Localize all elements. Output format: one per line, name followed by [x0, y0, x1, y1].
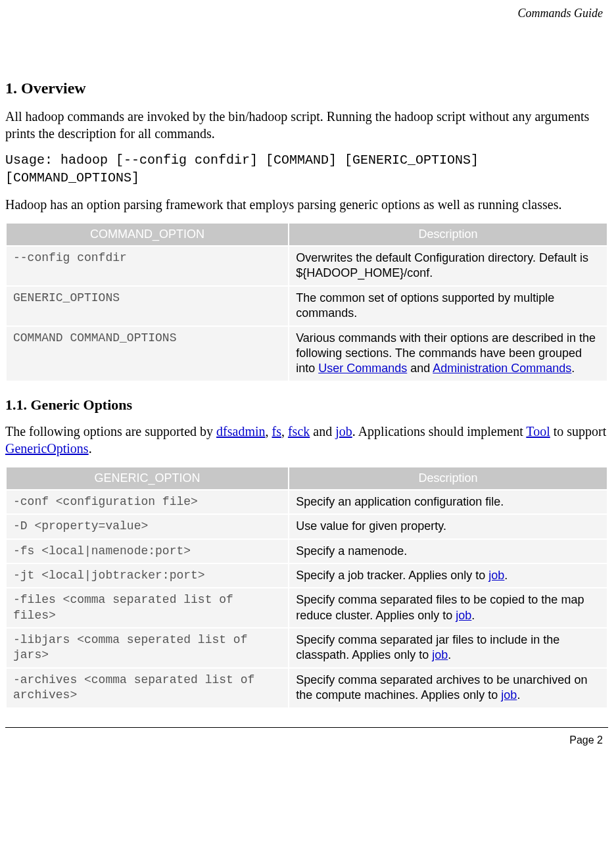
col-description: Description: [289, 467, 607, 489]
text: .: [89, 441, 92, 456]
desc-cell: Various commands with their options are …: [289, 327, 607, 381]
command-option-table: COMMAND_OPTION Description --config conf…: [5, 222, 608, 382]
desc-cell: Specify a job tracker. Applies only to j…: [289, 564, 607, 587]
table-row: -libjars <comma seperated list of jars> …: [7, 629, 607, 667]
opt-cell: COMMAND COMMAND_OPTIONS: [7, 327, 288, 381]
table-row: --config confdir Overwrites the default …: [7, 247, 607, 285]
desc-cell: Specify an application configuration fil…: [289, 490, 607, 513]
desc-text: and: [407, 362, 433, 375]
opt-cell: -conf <configuration file>: [7, 490, 288, 513]
text: ,: [281, 424, 288, 439]
header-doc-title: Commands Guide: [5, 7, 603, 20]
table-header-row: GENERIC_OPTION Description: [7, 467, 607, 489]
desc-cell: Overwrites the default Configuration dir…: [289, 247, 607, 285]
col-generic-option: GENERIC_OPTION: [7, 467, 288, 489]
desc-text: Specify comma separated files to be copi…: [296, 593, 584, 621]
desc-cell: Use value for given property.: [289, 515, 607, 538]
heading-generic-options: 1.1. Generic Options: [5, 396, 608, 414]
link-job[interactable]: job: [335, 424, 352, 439]
link-tool[interactable]: Tool: [526, 424, 550, 439]
text: to support: [550, 424, 607, 439]
desc-cell: Specify comma separated files to be copi…: [289, 588, 607, 627]
table-row: -archives <comma separated list of archi…: [7, 669, 607, 707]
link-job[interactable]: job: [432, 648, 448, 661]
desc-cell: Specify comma separated archives to be u…: [289, 669, 607, 707]
text: and: [310, 424, 335, 439]
desc-text: Specify comma separated jar files to inc…: [296, 633, 559, 661]
footer-rule: [5, 727, 608, 728]
desc-text: Specify a job tracker. Applies only to: [296, 569, 488, 582]
desc-cell: Specify comma separated jar files to inc…: [289, 629, 607, 667]
table-row: GENERIC_OPTIONS The common set of option…: [7, 287, 607, 325]
link-job[interactable]: job: [488, 569, 504, 582]
link-job[interactable]: job: [456, 609, 471, 622]
table-header-row: COMMAND_OPTION Description: [7, 224, 607, 245]
table-row: -D <property=value> Use value for given …: [7, 515, 607, 538]
text: ,: [266, 424, 272, 439]
link-job[interactable]: job: [501, 688, 517, 702]
usage-line: Usage: hadoop [--config confdir] [COMMAN…: [5, 151, 608, 187]
col-command-option: COMMAND_OPTION: [7, 224, 288, 245]
opt-cell: -files <comma separated list of files>: [7, 588, 288, 627]
page-number: Page 2: [5, 734, 603, 746]
desc-text: Specify comma separated archives to be u…: [296, 673, 587, 702]
opt-cell: -archives <comma separated list of archi…: [7, 669, 288, 707]
col-description: Description: [289, 224, 607, 245]
desc-text: .: [448, 648, 451, 661]
desc-cell: The common set of options supported by m…: [289, 287, 607, 325]
opt-cell: -libjars <comma seperated list of jars>: [7, 629, 288, 667]
opt-cell: GENERIC_OPTIONS: [7, 287, 288, 325]
link-genericoptions[interactable]: GenericOptions: [5, 441, 89, 456]
text: The following options are supported by: [5, 424, 216, 439]
link-dfsadmin[interactable]: dfsadmin: [216, 424, 265, 439]
desc-text: .: [504, 569, 508, 582]
desc-text: .: [517, 688, 520, 702]
text: . Applications should implement: [352, 424, 527, 439]
link-administration-commands[interactable]: Administration Commands: [433, 362, 571, 375]
table-row: -fs <local|namenode:port> Specify a name…: [7, 540, 607, 563]
link-user-commands[interactable]: User Commands: [318, 362, 407, 375]
link-fs[interactable]: fs: [272, 424, 281, 439]
heading-overview: 1. Overview: [5, 80, 608, 97]
table-row: -jt <local|jobtracker:port> Specify a jo…: [7, 564, 607, 587]
generic-option-table: GENERIC_OPTION Description -conf <config…: [5, 466, 608, 709]
table-row: -files <comma separated list of files> S…: [7, 588, 607, 627]
opt-cell: -jt <local|jobtracker:port>: [7, 564, 288, 587]
opt-cell: -D <property=value>: [7, 515, 288, 538]
opt-cell: -fs <local|namenode:port>: [7, 540, 288, 563]
desc-cell: Specify a namenode.: [289, 540, 607, 563]
link-fsck[interactable]: fsck: [288, 424, 310, 439]
desc-text: .: [471, 609, 475, 622]
overview-p1: All hadoop commands are invoked by the b…: [5, 108, 608, 142]
generic-options-p: The following options are supported by d…: [5, 423, 608, 457]
overview-p2: Hadoop has an option parsing framework t…: [5, 196, 608, 213]
table-row: COMMAND COMMAND_OPTIONS Various commands…: [7, 327, 607, 381]
table-row: -conf <configuration file> Specify an ap…: [7, 490, 607, 513]
desc-text: .: [571, 362, 575, 375]
opt-cell: --config confdir: [7, 247, 288, 285]
